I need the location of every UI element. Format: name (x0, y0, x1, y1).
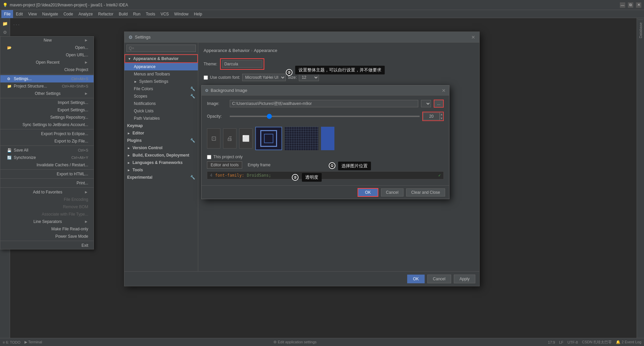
dropdown-add-favorites[interactable]: Add to Favorites ► (0, 188, 94, 196)
image-browse-btn[interactable]: ... (434, 100, 444, 108)
tree-item-build[interactable]: ► Build, Execution, Deployment (124, 152, 198, 159)
menu-edit[interactable]: Edit (13, 10, 25, 18)
dropdown-make-read-only[interactable]: Make File Read-only (0, 225, 94, 233)
ide-main: 📁 ⚙ ★ ... Database New ► 📂 Open... Open … (0, 18, 644, 338)
tree-item-path-variables[interactable]: Path Variables (124, 115, 198, 122)
opacity-value-input[interactable] (423, 113, 440, 120)
edit-app-settings[interactable]: ⚙ Edit application settings (273, 340, 317, 344)
dropdown-export-zip[interactable]: Export to Zip File... (0, 137, 94, 145)
todo-tab[interactable]: ≡ 6: TODO (3, 340, 20, 344)
menu-refactor[interactable]: Refactor (96, 10, 116, 18)
tree-item-scopes[interactable]: Scopes 🔧 (124, 93, 198, 100)
settings-cancel-btn[interactable]: Cancel (427, 275, 451, 283)
opacity-slider[interactable] (230, 116, 420, 117)
encoding: UTF-8 (568, 340, 578, 344)
tree-item-languages[interactable]: ► Languages & Frameworks (124, 159, 198, 166)
custom-font-checkbox[interactable] (204, 75, 208, 80)
menu-help[interactable]: Help (191, 10, 205, 18)
tree-item-plugins[interactable]: Plugins 🔧 (124, 137, 198, 144)
tree-item-version-control[interactable]: ► Version Control (124, 144, 198, 152)
dropdown-settings-repo[interactable]: Settings Repository... (0, 114, 94, 121)
tree-item-editor[interactable]: ► Editor (124, 129, 198, 137)
dropdown-new[interactable]: New ► (0, 37, 94, 44)
tree-item-tools[interactable]: ► Tools (124, 166, 198, 174)
menu-view[interactable]: View (25, 10, 40, 18)
menu-navigate[interactable]: Navigate (40, 10, 61, 18)
dropdown-export-eclipse[interactable]: Export Project to Eclipse... (0, 130, 94, 137)
dropdown-open-url[interactable]: Open URL... (0, 51, 94, 59)
settings-apply-btn[interactable]: Apply (454, 275, 475, 283)
dropdown-project-structure[interactable]: 📁 Project Structure... Ctrl+Alt+Shift+S (0, 82, 94, 90)
tree-item-experimental[interactable]: Experimental 🔧 (124, 174, 198, 181)
terminal-tab[interactable]: ▶ Terminal (24, 340, 42, 344)
settings-ok-btn[interactable]: OK (407, 275, 424, 283)
font-family-select[interactable]: Microsoft YaHei UI (242, 74, 286, 81)
dropdown-export-settings[interactable]: Export Settings... (0, 106, 94, 114)
tree-item-keymap[interactable]: Keymap (124, 122, 198, 129)
menu-analyze[interactable]: Analyze (76, 10, 96, 18)
image-path-input[interactable] (230, 100, 418, 107)
tree-item-quick-lists[interactable]: Quick Lists (124, 107, 198, 115)
sidebar-structure-icon[interactable]: ⚙ (1, 28, 9, 36)
opacity-down-btn[interactable]: ▼ (440, 116, 443, 120)
dropdown-save-all[interactable]: 💾 Save All Ctrl+S (0, 147, 94, 154)
menu-build[interactable]: Build (116, 10, 130, 18)
event-log[interactable]: 🔔 2 Event Log (616, 340, 641, 344)
dropdown-sync-settings[interactable]: Sync Settings to JetBrains Account... (0, 121, 94, 128)
menu-file[interactable]: File (1, 10, 13, 18)
dropdown-open[interactable]: 📂 Open... (0, 44, 94, 51)
tree-item-appearance[interactable]: Appearance (124, 63, 198, 70)
bg-cancel-btn[interactable]: Cancel (381, 188, 404, 196)
sep2 (0, 98, 94, 98)
theme-select-box: Darcula IntelliJ High contrast (220, 58, 264, 70)
menu-tools[interactable]: Tools (143, 10, 158, 18)
opacity-up-btn[interactable]: ▲ (440, 112, 443, 116)
dropdown-settings[interactable]: ⚙ Settings... Ctrl+Alt+S (0, 75, 94, 82)
settings-close-btn[interactable]: ✕ (471, 35, 475, 40)
dropdown-close-project[interactable]: Close Project (0, 66, 94, 73)
menu-code[interactable]: Code (61, 10, 76, 18)
preview-area: ⊡ 🖨 ⬜ (207, 125, 444, 152)
annotation-circle-2-theme: ② (286, 69, 292, 76)
code-preview-row: 4 font-family: DroidSans; ✓ (207, 171, 444, 179)
title-bar: 💡 maven-project [D:\Idea2019\maven-proje… (0, 0, 644, 10)
image-path-select[interactable] (421, 100, 431, 107)
dropdown-print[interactable]: Print... (0, 179, 94, 187)
tree-item-system-settings[interactable]: ► System Settings (124, 78, 198, 85)
theme-select[interactable]: Darcula IntelliJ High contrast (222, 60, 262, 68)
tree-item-file-colors[interactable]: File Colors 🔧 (124, 85, 198, 93)
settings-footer: OK Cancel Apply (124, 271, 479, 286)
menu-run[interactable]: Run (130, 10, 143, 18)
project-only-checkbox[interactable] (207, 155, 211, 159)
tree-item-menus-toolbars[interactable]: Menus and Toolbars (124, 70, 198, 78)
maximize-btn[interactable]: ⧉ (628, 2, 633, 8)
minimize-btn[interactable]: — (620, 2, 625, 8)
tree-item-appearance-behavior[interactable]: ▼ Appearance & Behavior (124, 54, 198, 63)
square-preview-cell (255, 127, 282, 150)
dropdown-exit[interactable]: Exit (0, 242, 94, 249)
opacity-value-box: ▲ ▼ (422, 112, 444, 121)
dropdown-line-separators[interactable]: Line Separators► (0, 218, 94, 225)
dropdown-open-recent[interactable]: Open Recent ► (0, 59, 94, 66)
editor-and-tools-btn[interactable]: Editor and tools (207, 161, 242, 169)
dropdown-other-settings[interactable]: Other Settings ► (0, 90, 94, 97)
bg-ok-btn[interactable]: OK (358, 188, 378, 197)
bg-dialog-content: Image: ... Opacity: ▲ ▼ (202, 96, 449, 185)
dropdown-import-settings[interactable]: Import Settings... (0, 99, 94, 106)
tree-item-notifications[interactable]: Notifications (124, 100, 198, 107)
menu-vcs[interactable]: VCS (158, 10, 172, 18)
bg-clear-close-btn[interactable]: Clear and Close (406, 188, 445, 196)
font-size-select[interactable]: 12 11 13 14 (299, 74, 319, 81)
custom-font-label: Use custom font: (210, 75, 240, 80)
dropdown-export-html[interactable]: Export to HTML... (0, 170, 94, 178)
dropdown-power-save[interactable]: Power Save Mode (0, 233, 94, 240)
menu-window[interactable]: Window (171, 10, 191, 18)
close-btn[interactable]: ✕ (636, 2, 641, 8)
preview-icon-3: ⬜ (242, 135, 250, 142)
settings-search-input[interactable] (126, 45, 196, 52)
database-tab[interactable]: Database (638, 19, 643, 41)
bg-dialog-close-btn[interactable]: ✕ (442, 88, 446, 93)
sidebar-project-icon[interactable]: 📁 (1, 19, 9, 27)
dropdown-invalidate[interactable]: Invalidate Caches / Restart... (0, 161, 94, 169)
dropdown-sync[interactable]: 🔄 Synchronize Ctrl+Alt+Y (0, 154, 94, 161)
